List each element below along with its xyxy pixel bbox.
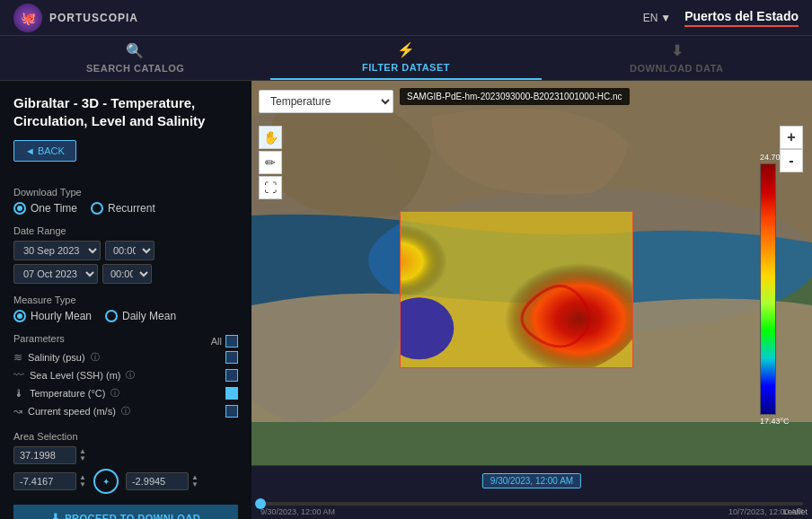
filter-tab-icon: ⚡ [397,41,416,58]
param-current-left: ↝ Current speed (m/s) ⓘ [13,405,130,418]
one-time-option[interactable]: One Time [13,202,77,215]
lat-input[interactable] [13,446,76,464]
leaflet-credit: Leaflet [783,507,808,516]
lon1-input[interactable] [13,472,76,490]
logo-area: 🐙 PORTUSCOPIA [13,4,138,32]
timeline-bar[interactable] [260,502,803,506]
compass-icon: ✦ [93,469,119,494]
scale-bottom-label: 17.43°C [760,417,776,426]
time-start-select[interactable]: 00:00 [105,241,154,260]
date-range-section: Date Range 30 Sep 2023 00:00 07 Oct 2023… [13,225,238,284]
measure-type-label: Measure Type [13,295,238,305]
logo-text: PORTUSCOPIA [49,12,138,24]
pen-tool[interactable]: ✏ [259,151,282,174]
proceed-to-download-button[interactable]: ⬇ PROCEED TO DOWNLOAD [13,505,238,519]
color-scale: 24.70°C 17.43°C [760,153,776,440]
color-bar [760,163,776,415]
tab-download: ⬇ DOWNLOAD DATA [542,36,812,80]
layer-select[interactable]: Temperature Salinity Sea Level Current S… [259,90,393,113]
current-label: Current speed (m/s) [28,406,116,417]
parameters-section: Parameters All ≋ Salinity (psu) ⓘ 〰 Sea … [13,333,238,420]
date-start-select[interactable]: 30 Sep 2023 [13,241,101,260]
header-right: EN ▼ Puertos del Estado [643,9,799,27]
zoom-in-button[interactable]: + [780,126,803,149]
param-sea-level-left: 〰 Sea Level (SSH) (m) ⓘ [13,369,135,382]
tab-search[interactable]: 🔍 SEARCH CATALOG [0,36,270,80]
all-label: All [211,336,222,347]
area-selection-section: Area Selection ▲ ▼ ▲ ▼ [13,431,238,494]
coord-row-1: ▲ ▼ [13,446,238,464]
lat-down-arrow[interactable]: ▼ [79,455,86,462]
lang-label: EN [643,12,658,24]
download-arrow-icon: ⬇ [51,512,60,519]
params-header: Parameters All [13,333,238,348]
map-area[interactable]: Temperature Salinity Sea Level Current S… [252,81,812,519]
proceed-label: PROCEED TO DOWNLOAD [65,513,200,520]
coord-row-2: ▲ ▼ ✦ ▲ ▼ [13,469,238,494]
param-temperature-left: 🌡 Temperature (°C) ⓘ [13,387,119,400]
one-time-radio[interactable] [13,202,26,215]
header: 🐙 PORTUSCOPIA EN ▼ Puertos del Estado [0,0,812,36]
current-checkbox[interactable] [225,405,238,418]
temperature-label: Temperature (°C) [30,388,105,399]
lon1-spin-arrows: ▲ ▼ [79,474,86,488]
lon2-down-arrow[interactable]: ▼ [191,481,199,488]
date-range-label: Date Range [13,225,238,236]
measure-type-section: Measure Type Hourly Mean Daily Mean [13,295,238,322]
timeline: 9/30/2023, 12:00 AM 9/30/2023, 12:00 AM … [252,465,812,519]
recurrent-radio[interactable] [91,202,103,215]
timeline-marker: 9/30/2023, 12:00 AM [482,473,581,488]
lat-spin-arrows: ▲ ▼ [79,448,86,462]
lon1-spin-group: ▲ ▼ [13,472,86,490]
file-tooltip: SAMGIB-PdE-hm-2023093000-B20231001000-HC… [400,88,630,105]
daily-option[interactable]: Daily Mean [105,310,176,322]
timeline-labels: 9/30/2023, 12:00 AM 10/7/2023, 12:00 AM [260,507,803,516]
tab-filter[interactable]: ⚡ FILTER DATASET [270,36,541,80]
date-range-row-end: 07 Oct 2023 00:00 [13,264,238,284]
download-tab-label: DOWNLOAD DATA [630,63,723,74]
lon2-input[interactable] [126,472,189,490]
lon1-down-arrow[interactable]: ▼ [79,481,86,488]
zoom-controls: + - [780,126,803,172]
filter-tab-label: FILTER DATASET [362,62,450,73]
date-end-select[interactable]: 07 Oct 2023 [13,264,98,284]
sea-level-info-icon[interactable]: ⓘ [126,369,135,382]
temperature-info-icon[interactable]: ⓘ [110,387,119,400]
current-info-icon[interactable]: ⓘ [121,405,130,418]
pointer-tool[interactable]: ✋ [259,126,282,149]
lat-spin-group: ▲ ▼ [13,446,86,464]
search-tab-label: SEARCH CATALOG [86,63,184,74]
brand-name: Puertos del Estado [684,9,799,27]
scale-top-label: 24.70°C [760,153,776,162]
salinity-info-icon[interactable]: ⓘ [91,351,100,364]
expand-tool[interactable]: ⛶ [259,176,282,199]
nav-tabs: 🔍 SEARCH CATALOG ⚡ FILTER DATASET ⬇ DOWN… [0,36,812,81]
hourly-radio[interactable] [13,310,26,322]
time-end-select[interactable]: 00:00 [102,264,152,284]
daily-radio[interactable] [105,310,118,322]
area-selection-label: Area Selection [13,431,238,442]
salinity-checkbox[interactable] [225,351,238,364]
lang-selector[interactable]: EN ▼ [643,12,672,24]
salinity-label: Salinity (psu) [28,352,85,363]
date-range-row: 30 Sep 2023 00:00 [13,241,238,260]
back-button[interactable]: ◄ BACK [13,140,76,162]
recurrent-option[interactable]: Recurrent [91,202,155,215]
one-time-label: One Time [31,202,77,215]
daily-label: Daily Mean [122,310,176,322]
map-toolbar: ✋ ✏ ⛶ [259,126,282,199]
sea-level-checkbox[interactable] [225,369,238,382]
hourly-option[interactable]: Hourly Mean [13,310,92,322]
lang-arrow: ▼ [660,12,671,24]
sea-level-label: Sea Level (SSH) (m) [30,370,120,381]
param-salinity: ≋ Salinity (psu) ⓘ [13,348,238,366]
param-sea-level: 〰 Sea Level (SSH) (m) ⓘ [13,366,238,384]
recurrent-label: Recurrent [108,202,155,215]
download-type-section: Download Type One Time Recurrent [13,187,238,215]
hourly-label: Hourly Mean [31,310,92,322]
all-checkbox[interactable] [225,335,238,347]
all-check[interactable]: All [211,335,238,347]
param-salinity-left: ≋ Salinity (psu) ⓘ [13,351,100,364]
temperature-checkbox[interactable] [225,387,238,400]
map-background: Temperature Salinity Sea Level Current S… [252,81,812,465]
